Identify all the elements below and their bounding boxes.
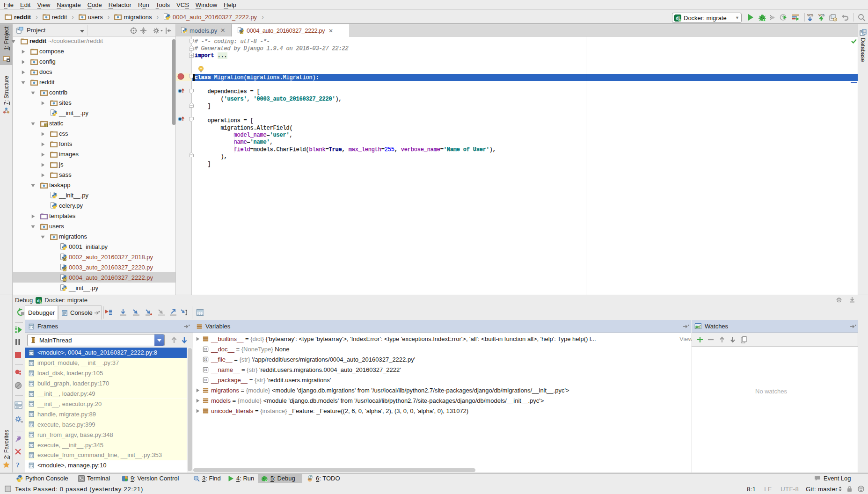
svg-text:VCS: VCS xyxy=(818,14,825,17)
svg-text:?: ? xyxy=(16,461,20,468)
svg-text:VCS: VCS xyxy=(807,14,814,17)
